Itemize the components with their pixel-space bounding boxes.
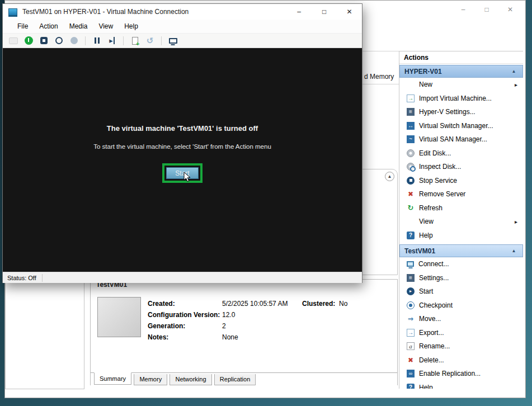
vm-connection-window: TestVM01 on HYPER-V01 - Virtual Machine … <box>2 3 362 283</box>
enhanced-session-icon[interactable] <box>168 36 178 46</box>
action-item-export[interactable]: → Export... <box>399 326 523 340</box>
vm-display-viewport: The virtual machine 'TestVM01' is turned… <box>3 48 362 272</box>
power-on-icon[interactable] <box>23 36 34 46</box>
start-button[interactable]: Start <box>166 167 199 179</box>
menu-action[interactable]: Action <box>34 22 63 30</box>
vm-menu-bar: File Action Media View Help <box>3 20 362 33</box>
action-item-new[interactable]: New ▸ <box>399 78 523 92</box>
import-icon: → <box>407 95 415 102</box>
action-item-refresh[interactable]: ↻ Refresh <box>399 201 523 215</box>
toolbar-separator <box>85 36 86 45</box>
action-item-rename[interactable]: a Rename... <box>399 339 523 353</box>
config-version-label: Configuration Version: <box>148 311 222 320</box>
vm-details-panel: TestVM01 Created: 5/2/2025 10:05:57 AM C… <box>90 279 398 385</box>
chevron-up-icon[interactable]: ▲ <box>385 172 394 181</box>
vm-thumbnail[interactable] <box>97 297 141 337</box>
step-icon[interactable]: ▸ <box>107 36 117 46</box>
submenu-arrow-icon: ▸ <box>515 82 517 88</box>
clustered-value: No <box>339 300 347 308</box>
help-icon: ? <box>407 232 415 239</box>
action-item-edit-disk[interactable]: Edit Disk... <box>399 147 523 160</box>
vm-title-bar[interactable]: TestVM01 on HYPER-V01 - Virtual Machine … <box>3 4 362 20</box>
settings-icon: ≡ <box>407 274 415 282</box>
checkpoint-icon[interactable] <box>130 36 140 46</box>
menu-help[interactable]: Help <box>119 22 144 30</box>
save-icon[interactable] <box>69 36 79 46</box>
actions-pane: Actions HYPER-V01 ▲ New ▸ → Import Virtu… <box>399 51 523 389</box>
vm-status-text: Status: Off <box>7 275 36 281</box>
chevron-up-icon[interactable]: ▲ <box>510 67 518 75</box>
replication-icon: ∞ <box>407 370 415 377</box>
action-item-checkpoint[interactable]: Checkpoint <box>399 299 523 313</box>
action-item-hyperv-settings[interactable]: ≡ Hyper-V Settings... <box>399 105 523 119</box>
menu-media[interactable]: Media <box>64 22 93 30</box>
virtual-switch-icon: ↔ <box>407 122 415 130</box>
action-item-import-vm[interactable]: → Import Virtual Machine... <box>399 92 523 106</box>
start-icon: ▸ <box>407 287 415 295</box>
detail-row: Notes: None <box>148 333 238 342</box>
action-item-view[interactable]: View ▸ <box>399 215 523 229</box>
minimize-icon[interactable]: – <box>286 4 312 20</box>
virtual-san-icon: ~ <box>407 135 415 143</box>
minimize-icon[interactable]: – <box>451 3 475 16</box>
action-item-move[interactable]: ⇒ Move... <box>399 312 523 326</box>
generation-value: 2 <box>222 322 226 331</box>
action-item-remove-server[interactable]: ✖ Remove Server <box>399 187 523 201</box>
action-item-inspect-disk[interactable]: Inspect Disk... <box>399 160 523 174</box>
move-icon: ⇒ <box>407 315 415 323</box>
menu-view[interactable]: View <box>93 22 119 30</box>
toolbar-separator <box>161 36 162 45</box>
action-item-help-server[interactable]: ? Help <box>399 229 523 243</box>
tab-summary[interactable]: Summary <box>94 372 131 385</box>
vm-toolbar: ▸ ↺ <box>3 33 362 48</box>
actions-group-header-hyperv01[interactable]: HYPER-V01 ▲ <box>399 65 523 78</box>
vm-status-bar: Status: Off <box>3 272 362 283</box>
rename-icon: a <box>407 342 415 350</box>
action-item-virtual-switch-manager[interactable]: ↔ Virtual Switch Manager... <box>399 119 523 133</box>
detail-row: Configuration Version: 12.0 <box>148 311 235 320</box>
toolbar-separator <box>123 36 124 45</box>
action-item-delete[interactable]: ✖ Delete... <box>399 353 523 367</box>
ctrl-alt-del-icon[interactable] <box>8 36 18 46</box>
action-item-connect[interactable]: Connect... <box>399 257 523 271</box>
action-item-start[interactable]: ▸ Start <box>399 285 523 299</box>
refresh-icon: ↻ <box>407 204 415 212</box>
edit-disk-icon <box>407 149 415 157</box>
detail-row: Generation: 2 <box>148 322 226 331</box>
turn-off-icon[interactable] <box>39 36 49 46</box>
export-icon: → <box>407 329 415 337</box>
column-header-fragment: d Memory <box>364 73 394 81</box>
start-button-highlight: Start <box>162 163 203 183</box>
manager-window-controls: – □ ✕ <box>451 3 522 16</box>
action-item-virtual-san-manager[interactable]: ~ Virtual SAN Manager... <box>399 133 523 147</box>
mouse-cursor-icon <box>183 172 191 184</box>
actions-pane-title: Actions <box>399 51 523 64</box>
action-item-stop-service[interactable]: Stop Service <box>399 174 523 188</box>
notes-value: None <box>222 333 238 342</box>
created-label: Created: <box>148 300 222 309</box>
revert-icon[interactable]: ↺ <box>145 36 155 46</box>
tab-memory[interactable]: Memory <box>134 374 167 385</box>
action-item-settings[interactable]: ≡ Settings... <box>399 271 523 285</box>
stop-service-icon <box>407 177 415 185</box>
maximize-icon[interactable]: □ <box>475 3 498 16</box>
vm-window-controls: – □ ✕ <box>286 4 362 20</box>
shutdown-icon[interactable] <box>54 36 64 46</box>
action-item-help-vm[interactable]: ? Help <box>399 381 523 389</box>
close-icon[interactable]: ✕ <box>498 3 522 16</box>
close-icon[interactable]: ✕ <box>337 4 362 20</box>
chevron-up-icon[interactable]: ▲ <box>510 247 518 255</box>
clustered-label: Clustered: <box>302 300 335 308</box>
status-bar-divider <box>42 274 43 282</box>
action-item-enable-replication[interactable]: ∞ Enable Replication... <box>399 367 523 381</box>
menu-file[interactable]: File <box>12 22 34 30</box>
generation-label: Generation: <box>148 322 222 331</box>
actions-group-header-testvm01[interactable]: TestVM01 ▲ <box>399 244 523 257</box>
config-version-value: 12.0 <box>222 311 235 320</box>
help-icon: ? <box>407 384 415 389</box>
tab-networking[interactable]: Networking <box>170 374 211 385</box>
group-header-label: TestVM01 <box>404 247 435 255</box>
maximize-icon[interactable]: □ <box>312 4 337 20</box>
pause-icon[interactable] <box>92 36 102 46</box>
tab-replication[interactable]: Replication <box>214 374 256 385</box>
